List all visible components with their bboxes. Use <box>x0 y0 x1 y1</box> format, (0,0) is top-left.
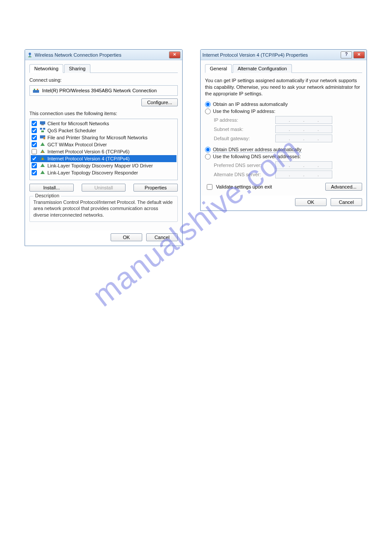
description-text: Transmission Control Protocol/Internet P… <box>33 199 174 218</box>
svg-rect-6 <box>40 121 45 124</box>
subnet-mask-field: ... <box>275 125 332 133</box>
list-item[interactable]: Link-Layer Topology Discovery Mapper I/O… <box>31 162 176 169</box>
network-icon <box>27 52 33 58</box>
ok-button[interactable]: OK <box>111 233 142 241</box>
svg-marker-19 <box>40 170 45 174</box>
ip-address-field: ... <box>275 116 332 124</box>
ipv4-properties-dialog: Internet Protocol Version 4 (TCP/IPv4) P… <box>200 49 367 211</box>
items-label: This connection uses the following items… <box>29 111 178 116</box>
adapter-icon <box>32 87 40 94</box>
item-label: QoS Packet Scheduler <box>47 128 96 133</box>
item-checkbox[interactable] <box>32 128 37 133</box>
item-label: GCT WiMax Protocol Driver <box>47 142 107 147</box>
adapter-name: Intel(R) PRO/Wireless 3945ABG Network Co… <box>42 88 157 93</box>
dialog-title: Wireless Network Connection Properties <box>35 52 169 58</box>
svg-rect-3 <box>33 90 39 93</box>
list-item[interactable]: QoS Packet Scheduler <box>31 127 176 134</box>
tabstrip: Networking Sharing <box>29 64 178 73</box>
svg-rect-9 <box>43 128 45 130</box>
tabstrip: General Alternate Configuration <box>205 64 362 73</box>
adapter-box: Intel(R) PRO/Wireless 3945ABG Network Co… <box>29 85 178 96</box>
default-gateway-field: ... <box>275 134 332 142</box>
item-label: File and Printer Sharing for Microsoft N… <box>47 135 147 140</box>
item-label: Client for Microsoft Networks <box>47 121 109 126</box>
item-label: Link-Layer Topology Discovery Mapper I/O… <box>47 163 153 168</box>
svg-rect-7 <box>41 124 44 125</box>
connect-using-label: Connect using: <box>29 77 178 83</box>
subnet-mask-label: Subnet mask: <box>214 127 271 132</box>
protocol-icon <box>40 156 46 162</box>
ip-address-label: IP address: <box>214 117 271 123</box>
list-item[interactable]: GCT WiMax Protocol Driver <box>31 141 176 148</box>
help-button[interactable] <box>341 51 352 58</box>
svg-marker-18 <box>40 163 45 167</box>
item-checkbox[interactable] <box>32 163 37 168</box>
list-item[interactable]: Link-Layer Topology Discovery Responder <box>31 169 176 176</box>
item-checkbox[interactable] <box>32 121 37 126</box>
svg-rect-5 <box>37 89 38 90</box>
svg-rect-17 <box>42 158 43 160</box>
tab-sharing[interactable]: Sharing <box>64 64 90 73</box>
share-icon <box>40 134 46 141</box>
list-item[interactable]: Client for Microsoft Networks <box>31 120 176 127</box>
uninstall-button[interactable]: Uninstall <box>82 184 126 192</box>
configure-button[interactable]: Configure... <box>141 98 178 106</box>
svg-marker-13 <box>40 142 45 146</box>
cancel-button[interactable]: Cancel <box>331 198 362 206</box>
item-checkbox[interactable] <box>32 149 37 154</box>
description-title: Description <box>33 193 61 198</box>
titlebar[interactable]: Internet Protocol Version 4 (TCP/IPv4) P… <box>201 50 367 60</box>
qos-icon <box>40 127 46 134</box>
list-item[interactable]: Internet Protocol Version 4 (TCP/IPv4) <box>31 155 176 162</box>
ip-auto-radio[interactable] <box>205 102 211 107</box>
item-checkbox[interactable] <box>32 142 37 147</box>
preferred-dns-label: Preferred DNS server: <box>214 163 271 168</box>
cancel-button[interactable]: Cancel <box>146 233 178 241</box>
list-item[interactable]: Internet Protocol Version 6 (TCP/IPv6) <box>31 148 176 155</box>
svg-rect-15 <box>42 151 43 153</box>
driver-icon <box>40 141 46 148</box>
protocol-icon <box>40 149 46 155</box>
ip-manual-label: Use the following IP address: <box>213 109 275 114</box>
svg-rect-8 <box>40 128 42 130</box>
titlebar[interactable]: Wireless Network Connection Properties <box>25 50 182 60</box>
item-label: Internet Protocol Version 4 (TCP/IPv4) <box>47 156 129 161</box>
client-icon <box>40 120 46 127</box>
dns-manual-radio[interactable] <box>205 154 211 160</box>
description-group: Description Transmission Control Protoco… <box>29 196 178 222</box>
ip-manual-radio[interactable] <box>205 109 211 114</box>
tab-general[interactable]: General <box>205 64 232 73</box>
dns-auto-label: Obtain DNS server address automatically <box>213 147 302 152</box>
alternate-dns-label: Alternate DNS server: <box>214 172 271 177</box>
info-text: You can get IP settings assigned automat… <box>205 77 362 97</box>
svg-rect-4 <box>34 89 35 90</box>
tab-alternate-config[interactable]: Alternate Configuration <box>233 64 292 73</box>
advanced-button[interactable]: Advanced... <box>325 183 362 191</box>
item-label: Internet Protocol Version 6 (TCP/IPv6) <box>47 149 129 154</box>
svg-rect-2 <box>29 56 32 57</box>
alternate-dns-field: ... <box>275 170 332 178</box>
close-button[interactable] <box>353 51 365 58</box>
validate-label: Validate settings upon exit <box>216 184 272 189</box>
validate-checkbox[interactable] <box>207 184 212 190</box>
wireless-conn-properties-dialog: Wireless Network Connection Properties N… <box>25 49 183 246</box>
svg-rect-10 <box>41 131 44 132</box>
preferred-dns-field: ... <box>275 161 332 169</box>
dns-auto-radio[interactable] <box>205 147 211 152</box>
ok-button[interactable]: OK <box>295 198 327 206</box>
properties-button[interactable]: Properties <box>133 184 178 192</box>
list-item[interactable]: File and Printer Sharing for Microsoft N… <box>31 134 176 141</box>
default-gateway-label: Default gateway: <box>214 136 271 141</box>
driver-icon <box>40 170 46 176</box>
close-button[interactable] <box>169 51 180 58</box>
item-checkbox[interactable] <box>32 170 37 175</box>
tab-networking[interactable]: Networking <box>29 64 63 73</box>
driver-icon <box>40 163 46 169</box>
item-checkbox[interactable] <box>32 156 37 161</box>
ip-auto-label: Obtain an IP address automatically <box>213 102 288 107</box>
dialog-title: Internet Protocol Version 4 (TCP/IPv4) P… <box>202 52 341 58</box>
item-label: Link-Layer Topology Discovery Responder <box>47 170 138 175</box>
install-button[interactable]: Install... <box>29 184 74 192</box>
items-listbox[interactable]: Client for Microsoft NetworksQoS Packet … <box>29 119 178 180</box>
item-checkbox[interactable] <box>32 135 37 140</box>
